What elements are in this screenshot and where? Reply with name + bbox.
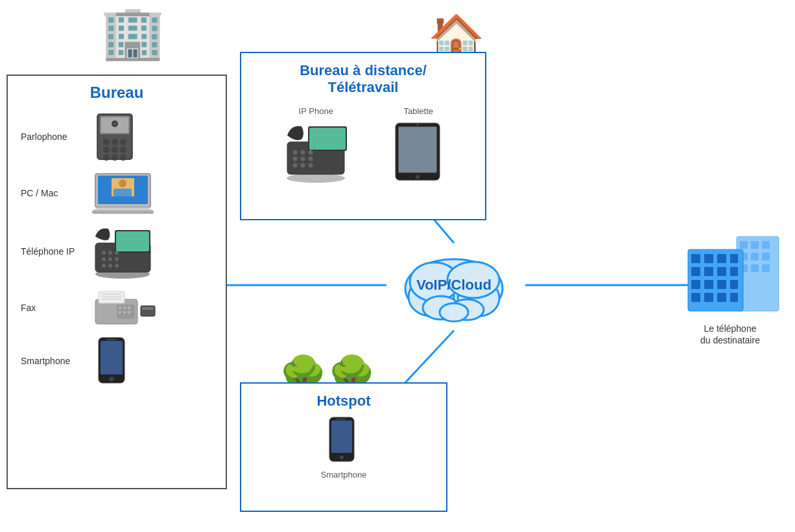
svg-point-15: [120, 154, 126, 161]
svg-rect-100: [730, 254, 738, 263]
bureau-item-fax: Fax: [8, 283, 226, 332]
telephone-ip-icon: [92, 224, 154, 279]
svg-rect-89: [762, 241, 770, 249]
svg-rect-98: [704, 254, 713, 263]
svg-point-54: [110, 377, 114, 382]
svg-rect-103: [717, 267, 726, 276]
svg-rect-95: [762, 264, 770, 272]
svg-point-68: [308, 163, 313, 167]
svg-rect-39: [99, 292, 125, 303]
svg-rect-110: [704, 293, 713, 302]
bureau-item-smartphone: Smartphone: [8, 332, 226, 389]
bureau-item-parlophone: Parlophone: [8, 107, 226, 167]
svg-rect-24: [92, 211, 154, 214]
svg-point-8: [112, 139, 118, 145]
svg-point-33: [108, 257, 112, 261]
svg-rect-99: [717, 254, 726, 263]
pc-label: PC / Mac: [21, 188, 79, 198]
remote-ip-phone-item: IP Phone: [282, 106, 350, 183]
voip-cloud: VoIP/Cloud: [383, 240, 525, 330]
svg-point-73: [417, 124, 419, 126]
svg-rect-108: [730, 280, 738, 289]
svg-rect-92: [762, 253, 770, 260]
svg-point-31: [115, 251, 119, 255]
hotspot-title: Hotspot: [241, 393, 446, 410]
svg-point-72: [416, 175, 420, 179]
svg-rect-83: [331, 421, 352, 453]
svg-point-44: [119, 306, 121, 309]
smartphone-icon: [92, 336, 134, 385]
svg-point-60: [292, 150, 297, 154]
svg-rect-107: [717, 280, 726, 289]
parlophone-label: Parlophone: [21, 132, 79, 142]
destination-building: Le téléphone du destinataire: [678, 214, 782, 346]
svg-point-35: [102, 264, 106, 268]
svg-rect-59: [309, 128, 346, 150]
remote-tablet-label: Tablette: [403, 106, 433, 116]
svg-point-17: [113, 122, 117, 126]
svg-rect-51: [142, 307, 154, 310]
svg-point-62: [308, 150, 313, 154]
svg-point-46: [128, 306, 130, 309]
svg-point-36: [108, 264, 112, 268]
remote-title: Bureau à distance/ Télétravail: [241, 62, 485, 97]
svg-point-30: [108, 251, 112, 255]
svg-point-56: [287, 174, 345, 183]
svg-point-13: [103, 154, 110, 161]
svg-rect-101: [691, 267, 700, 276]
smartphone-label: Smartphone: [21, 356, 79, 366]
svg-rect-109: [691, 293, 700, 302]
svg-point-11: [112, 146, 118, 153]
svg-point-34: [115, 257, 119, 261]
svg-point-32: [102, 257, 106, 261]
hotspot-smartphone-item: Smartphone: [321, 416, 367, 480]
pc-icon: [92, 170, 154, 216]
svg-point-21: [119, 179, 126, 187]
svg-point-29: [102, 251, 106, 255]
svg-rect-97: [691, 254, 700, 263]
svg-rect-87: [740, 241, 748, 249]
remote-tablet-item: Tablette: [392, 106, 444, 183]
parlophone-icon: [92, 111, 137, 163]
hotspot-smartphone-label: Smartphone: [321, 470, 367, 480]
remote-office-box: Bureau à distance/ Télétravail IP Phone: [240, 52, 486, 220]
telephone-ip-label: Téléphone IP: [21, 246, 79, 257]
svg-rect-88: [751, 241, 759, 249]
svg-rect-28: [116, 231, 149, 251]
svg-point-84: [340, 456, 344, 459]
svg-point-81: [440, 303, 468, 321]
svg-point-14: [112, 154, 118, 161]
bureau-title: Bureau: [8, 84, 226, 102]
svg-point-49: [128, 311, 130, 314]
svg-rect-53: [101, 341, 123, 375]
fax-label: Fax: [21, 303, 79, 313]
bureau-item-telephone-ip: Téléphone IP: [8, 220, 226, 283]
svg-point-66: [292, 163, 297, 167]
bureau-building-icon: 🏢: [101, 6, 165, 58]
svg-point-63: [292, 156, 297, 161]
svg-rect-85: [337, 419, 346, 420]
svg-rect-71: [399, 127, 436, 172]
svg-point-61: [300, 150, 305, 154]
bureau-item-pc: PC / Mac: [8, 167, 226, 220]
svg-rect-105: [691, 280, 700, 289]
svg-point-7: [103, 139, 110, 145]
svg-point-47: [119, 311, 121, 314]
voip-label: VoIP/Cloud: [416, 277, 492, 294]
svg-rect-91: [751, 253, 759, 260]
hotspot-items: Smartphone: [241, 410, 446, 486]
svg-marker-23: [92, 207, 154, 211]
svg-point-9: [120, 139, 126, 145]
svg-point-67: [300, 163, 305, 167]
svg-rect-111: [717, 293, 726, 302]
hotspot-box: Hotspot Smartphone: [240, 382, 447, 512]
svg-rect-94: [751, 264, 759, 272]
fax-icon: [92, 286, 157, 329]
svg-rect-104: [730, 267, 738, 276]
remote-ip-phone-label: IP Phone: [299, 106, 333, 116]
svg-rect-102: [704, 267, 713, 276]
svg-point-48: [123, 311, 126, 314]
svg-point-45: [123, 306, 126, 309]
svg-rect-22: [113, 189, 132, 196]
svg-point-12: [120, 146, 126, 153]
